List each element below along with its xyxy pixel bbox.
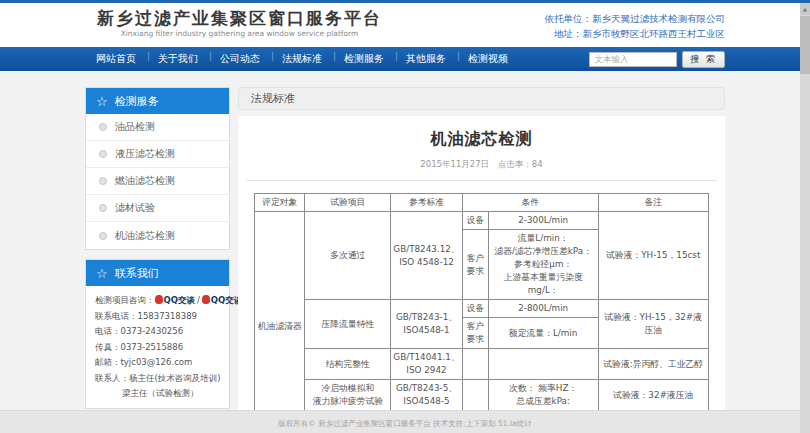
sidebar-item-label: 滤材试验 — [115, 201, 155, 215]
nav-item-testing-services[interactable]: 检测服务 — [333, 52, 395, 66]
bullet-icon — [99, 177, 107, 185]
search-button[interactable]: 搜 索 — [682, 51, 725, 68]
vertical-scrollbar[interactable]: ▲ — [800, 3, 810, 433]
contact-fax: 传真：0373-2515886 — [95, 340, 220, 356]
qq-chat-link-1[interactable]: QQ交谈 — [164, 295, 195, 305]
sidebar-item-hydraulic-filter[interactable]: 液压滤芯检测 — [86, 141, 229, 168]
cell-standard: GB/T8243.12、 ISO 4548-12 — [391, 212, 462, 300]
cell-standard: GB/T14041.1、 ISO 2942 — [391, 349, 462, 380]
contact-panel: ☆ 联系我们 检测项目咨询：QQ交谈/QQ交谈 联系电话：15837318389… — [85, 259, 230, 409]
sidebar: ☆ 检测服务 油品检测 液压滤芯检测 燃油滤芯检测 滤材试验 机油滤芯检测 — [85, 87, 230, 418]
contact-panel-header: ☆ 联系我们 — [86, 260, 229, 286]
cell-project: 结构完整性 — [305, 349, 391, 380]
qq-separator: / — [195, 295, 202, 305]
services-panel: ☆ 检测服务 油品检测 液压滤芯检测 燃油滤芯检测 滤材试验 机油滤芯检测 — [85, 87, 230, 250]
nav-item-news[interactable]: 公司动态 — [209, 52, 271, 66]
site-title-en: Xinxiang filter industry gathering area … — [97, 29, 382, 38]
cell-cond-value: 流量L/min： 滤器/滤芯净增压差kPa： 参考粒径μm： 上游基本重量污染度… — [488, 230, 598, 300]
sidebar-item-label: 燃油滤芯检测 — [115, 174, 175, 188]
cell-standard: GB/T8243-5、 ISO4548-5 — [391, 380, 462, 411]
cell-cond-label: 客户 要求 — [462, 230, 488, 300]
app: { "colors": { "nav_blue": "#10529f", "pa… — [0, 0, 810, 433]
services-panel-header: ☆ 检测服务 — [86, 88, 229, 114]
contact-email: 邮箱：tyjc03@126.com — [95, 355, 220, 371]
star-icon: ☆ — [96, 267, 108, 280]
nav-item-about[interactable]: 关于我们 — [147, 52, 209, 66]
bullet-icon — [99, 232, 107, 240]
article-title: 机油滤芯检测 — [246, 129, 717, 150]
nav-item-home[interactable]: 网站首页 — [85, 52, 147, 66]
sidebar-item-label: 机油滤芯检测 — [115, 229, 175, 243]
star-icon: ☆ — [96, 95, 108, 108]
col-header-project: 试验项目 — [305, 194, 391, 212]
contact-qq-prefix: 检测项目咨询： — [95, 295, 155, 305]
cell-object: 机油滤清器 — [255, 212, 305, 433]
table-row: 压降流量特性 GB/T8243-1、 ISO4548-1 设备 2-800L/m… — [255, 300, 708, 318]
contact-person-1: 联系人：杨主任(技术咨询及培训) — [95, 371, 220, 387]
col-header-standard: 参考标准 — [391, 194, 462, 212]
cell-project: 多次通过 — [305, 212, 391, 300]
col-header-remark: 备注 — [598, 194, 708, 212]
site-header: 新乡过滤产业集聚区窗口服务平台 Xinxiang filter industry… — [0, 3, 810, 47]
cell-cond-value — [488, 349, 598, 380]
qq-penguin-icon — [155, 295, 163, 304]
cell-project: 冷启动模拟和 液力脉冲疲劳试验 — [305, 380, 391, 411]
page-footer: 版权所有© 新乡过滤产业集聚区窗口服务平台 技术支持:上下策划 51.la统计 — [0, 410, 810, 433]
search-box: 搜 索 — [589, 51, 725, 68]
contact-phone-mobile: 联系电话：15837318389 — [95, 309, 220, 325]
sidebar-item-engine-oil-filter[interactable]: 机油滤芯检测 — [86, 222, 229, 249]
site-title: 新乡过滤产业集聚区窗口服务平台 Xinxiang filter industry… — [85, 8, 382, 41]
cell-cond-value: 次数： 频率HZ： 总成压差kPa: — [488, 380, 598, 411]
table-row: 机油滤清器 多次通过 GB/T8243.12、 ISO 4548-12 设备 2… — [255, 212, 708, 230]
scrollbar-thumb[interactable] — [800, 16, 810, 74]
cell-remark: 试验液：YH-15，15cst — [598, 212, 708, 300]
contact-person-2: 梁主任（试验检测） — [95, 386, 220, 402]
cell-cond-label — [462, 349, 488, 380]
sidebar-item-filter-media[interactable]: 滤材试验 — [86, 195, 229, 222]
cell-cond-label: 设备 — [462, 300, 488, 318]
nav-item-other-services[interactable]: 其他服务 — [395, 52, 457, 66]
search-input[interactable] — [589, 52, 677, 67]
cell-cond-value: 2-800L/min — [488, 300, 598, 318]
test-standards-table: 评定对象 试验项目 参考标准 条件 备注 机油滤清器 多次通过 GB/T8243… — [254, 193, 708, 433]
scrollbar-up-button[interactable]: ▲ — [800, 3, 810, 15]
sidebar-item-label: 油品检测 — [115, 120, 155, 134]
cell-remark: 试验液：32#液压油 — [598, 380, 708, 411]
cell-remark: 试验液：YH-15，32#液压油 — [598, 300, 708, 349]
bullet-icon — [99, 123, 107, 131]
cell-remark: 试验液:异丙醇、工业乙醇 — [598, 349, 708, 380]
org-info: 依托单位：新乡天翼过滤技术检测有限公司 地址：新乡市牧野区北环路西王村工业区 — [545, 8, 726, 41]
col-header-object: 评定对象 — [255, 194, 305, 212]
nav-item-regulations[interactable]: 法规标准 — [271, 52, 333, 66]
copyright-text: 版权所有© 新乡过滤产业集聚区窗口服务平台 技术支持:上下策划 51.la统计 — [0, 411, 810, 429]
main-content: 法规标准 机油滤芯检测 2015年11月27日 点击率：84 评定对象 试验项目… — [238, 87, 725, 433]
contact-panel-title: 联系我们 — [115, 266, 159, 281]
article-date: 2015年11月27日 — [420, 159, 489, 169]
contact-qq-line: 检测项目咨询：QQ交谈/QQ交谈 — [95, 293, 220, 309]
bullet-icon — [99, 204, 107, 212]
qq-penguin-icon — [202, 295, 210, 304]
table-header-row: 评定对象 试验项目 参考标准 条件 备注 — [255, 194, 708, 212]
contact-phone-office: 电话：0373-2430256 — [95, 324, 220, 340]
table-row: 冷启动模拟和 液力脉冲疲劳试验 GB/T8243-5、 ISO4548-5 次数… — [255, 380, 708, 411]
cell-cond-value: 额定流量：L/min — [488, 318, 598, 349]
cell-cond-value: 2-300L/min — [488, 212, 598, 230]
nav-item-videos[interactable]: 检测视频 — [457, 52, 519, 66]
org-line-sponsor: 依托单位：新乡天翼过滤技术检测有限公司 — [545, 11, 726, 26]
services-panel-title: 检测服务 — [115, 94, 159, 109]
cell-project: 压降流量特性 — [305, 300, 391, 349]
main-nav: 网站首页 关于我们 公司动态 法规标准 检测服务 其他服务 检测视频 搜 索 — [0, 47, 810, 71]
bullet-icon — [99, 150, 107, 158]
article: 机油滤芯检测 2015年11月27日 点击率：84 评定对象 试验项目 参考标准… — [238, 116, 725, 433]
breadcrumb: 法规标准 — [238, 87, 725, 110]
org-line-address: 地址：新乡市牧野区北环路西王村工业区 — [545, 26, 726, 41]
sidebar-item-fuel-filter[interactable]: 燃油滤芯检测 — [86, 168, 229, 195]
cell-cond-label — [462, 380, 488, 411]
sidebar-item-label: 液压滤芯检测 — [115, 147, 175, 161]
article-meta: 2015年11月27日 点击率：84 — [246, 159, 717, 181]
contact-body: 检测项目咨询：QQ交谈/QQ交谈 联系电话：15837318389 电话：037… — [86, 286, 229, 408]
site-title-cn: 新乡过滤产业集聚区窗口服务平台 — [97, 8, 382, 28]
sidebar-item-oil-testing[interactable]: 油品检测 — [86, 114, 229, 141]
cell-cond-label: 设备 — [462, 212, 488, 230]
article-hits: 点击率：84 — [498, 159, 543, 169]
